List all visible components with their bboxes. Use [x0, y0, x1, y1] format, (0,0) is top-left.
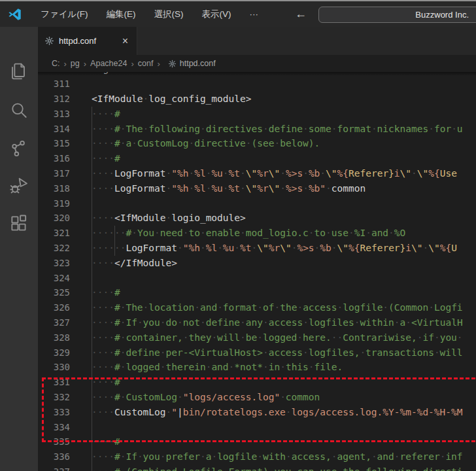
source-control-icon[interactable]: [8, 138, 29, 159]
code-text[interactable]: ····#·(Combined·Logfile·Format)·you·can·…: [92, 464, 476, 471]
line-number: 319: [38, 196, 92, 211]
code-line: 326····#·The·location·and·format·of·the·…: [38, 300, 476, 315]
code-line: 313····#: [38, 107, 476, 122]
breadcrumb-file[interactable]: httpd.conf: [180, 59, 216, 68]
code-line: 312<IfModule·log_config_module>: [38, 92, 476, 107]
code-line: 322······LogFormat·"%h·%l·%u·%t·\"%r\"·%…: [38, 241, 476, 256]
line-number: 310: [38, 72, 92, 77]
line-number: 318: [38, 181, 92, 196]
line-number: 314: [38, 122, 92, 137]
code-line: 319: [38, 196, 476, 211]
editor[interactable]: 310LogLevel·warn311312<IfModule·log_conf…: [38, 72, 476, 471]
code-line: 315····#·a·CustomLog·directive·(see·belo…: [38, 136, 476, 151]
breadcrumb-item[interactable]: conf: [138, 59, 154, 68]
line-number: 324: [38, 271, 92, 286]
code-line: 325····#: [38, 285, 476, 300]
code-line: 318····LogFormat·"%h·%l·%u·%t·\"%r\"·%>s…: [38, 181, 476, 196]
menu-item-1[interactable]: 編集(E): [97, 1, 145, 27]
code-text[interactable]: [92, 420, 476, 435]
code-text[interactable]: <IfModule·log_config_module>: [92, 92, 476, 107]
title-bar: ファイル(F)編集(E)選択(S)表示(V)··· ← → Buzzword I…: [0, 0, 476, 27]
tab-label: httpd.conf: [59, 36, 96, 46]
line-number: 327: [38, 315, 92, 330]
line-number: 334: [38, 420, 92, 435]
code-text[interactable]: LogLevel·warn: [92, 72, 476, 77]
code-text[interactable]: ····#: [92, 375, 476, 390]
code-text[interactable]: ····#·logged·therein·and·*not*·in·this·f…: [92, 360, 476, 375]
code-line: 324: [38, 271, 476, 286]
breadcrumb: C:›pg›Apache24›conf› httpd.conf: [38, 55, 476, 72]
activity-bar: [0, 27, 38, 471]
code-line: 329····#·define·per-<VirtualHost>·access…: [38, 345, 476, 360]
search-icon[interactable]: [8, 100, 29, 121]
code-line: 332····#·CustomLog·"logs/access.log"·com…: [38, 390, 476, 405]
code-text[interactable]: ····CustomLog·"|bin/rotatelogs.exe·logs/…: [92, 405, 476, 420]
menu-item-3[interactable]: 表示(V): [193, 1, 241, 27]
line-number: 336: [38, 449, 92, 464]
code-text[interactable]: ····#·The·following·directives·define·so…: [92, 122, 476, 137]
explorer-icon[interactable]: [8, 61, 29, 82]
extensions-icon[interactable]: [8, 213, 29, 234]
window-title: Buzzword Inc.: [415, 10, 469, 20]
code-text[interactable]: ····#: [92, 434, 476, 449]
code-line: 317····LogFormat·"%h·%l·%u·%t·\"%r\"·%>s…: [38, 166, 476, 181]
command-center[interactable]: Buzzword Inc.: [318, 7, 476, 23]
code-text[interactable]: ····<IfModule·logio_module>: [92, 211, 476, 226]
line-number: 335: [38, 434, 92, 449]
tab-httpd-conf[interactable]: httpd.conf ×: [38, 27, 137, 55]
code-text[interactable]: ····#: [92, 107, 476, 122]
code-text[interactable]: ····LogFormat·"%h·%l·%u·%t·\"%r\"·%>s·%b…: [92, 181, 476, 196]
gear-icon: [168, 60, 177, 68]
code-text[interactable]: ····#·define·per-<VirtualHost>·access·lo…: [92, 345, 476, 360]
line-number: 311: [38, 77, 92, 92]
chevron-right-icon: ›: [60, 59, 71, 69]
code-text[interactable]: ····#·container,·they·will·be·logged·her…: [92, 330, 476, 345]
code-line: 336····#·If·you·prefer·a·logfile·with·ac…: [38, 449, 476, 464]
menu-item-2[interactable]: 選択(S): [145, 1, 193, 27]
menu-item-0[interactable]: ファイル(F): [31, 1, 97, 27]
code-text[interactable]: ····LogFormat·"%h·%l·%u·%t·\"%r\"·%>s·%b…: [92, 166, 476, 181]
chevron-right-icon: ›: [80, 59, 90, 69]
line-number: 333: [38, 405, 92, 420]
code-text[interactable]: ····#·If·you·do·not·define·any·access·lo…: [92, 315, 476, 330]
line-number: 337: [38, 464, 92, 471]
menu-bar: ファイル(F)編集(E)選択(S)表示(V)···: [31, 1, 267, 27]
code-text[interactable]: ······#·You·need·to·enable·mod_logio.c·t…: [92, 226, 476, 241]
line-number: 321: [38, 226, 92, 241]
code-line: 335····#: [38, 434, 476, 449]
line-number: 317: [38, 166, 92, 181]
code-text[interactable]: ····</IfModule>: [92, 256, 476, 271]
breadcrumb-item[interactable]: C:: [52, 59, 60, 68]
code-text[interactable]: ····#: [92, 151, 476, 166]
code-text[interactable]: ····#: [92, 285, 476, 300]
code-line: 327····#·If·you·do·not·define·any·access…: [38, 315, 476, 330]
code-text[interactable]: ····#·The·location·and·format·of·the·acc…: [92, 300, 476, 315]
close-icon[interactable]: ×: [120, 35, 130, 47]
code-text[interactable]: ····#·If·you·prefer·a·logfile·with·acces…: [92, 449, 476, 464]
code-line: 333····CustomLog·"|bin/rotatelogs.exe·lo…: [38, 405, 476, 420]
code-text[interactable]: ····#·CustomLog·"logs/access.log"·common: [92, 390, 476, 405]
back-arrow-icon[interactable]: ←: [295, 1, 307, 27]
code-line: 314····#·The·following·directives·define…: [38, 122, 476, 137]
line-number: 315: [38, 136, 92, 151]
menu-item-4[interactable]: ···: [241, 1, 268, 27]
breadcrumb-item[interactable]: Apache24: [90, 59, 127, 68]
line-number: 312: [38, 92, 92, 107]
breadcrumb-item[interactable]: pg: [71, 59, 80, 68]
line-number: 328: [38, 330, 92, 345]
chevron-right-icon: ›: [153, 59, 163, 69]
run-and-debug-icon[interactable]: [8, 175, 29, 196]
code-line: 323····</IfModule>: [38, 256, 476, 271]
vscode-logo-icon: [8, 7, 22, 22]
code-line: 330····#·logged·therein·and·*not*·in·thi…: [38, 360, 476, 375]
line-number: 313: [38, 107, 92, 122]
code-text[interactable]: ····#·a·CustomLog·directive·(see·below).: [92, 136, 476, 151]
code-text[interactable]: [92, 196, 476, 211]
line-number: 322: [38, 241, 92, 256]
line-number: 326: [38, 300, 92, 315]
line-number: 325: [38, 285, 92, 300]
code-text[interactable]: [92, 271, 476, 286]
code-text[interactable]: ······LogFormat·"%h·%l·%u·%t·\"%r\"·%>s·…: [92, 241, 476, 256]
code-text[interactable]: [92, 77, 476, 92]
breadcrumb-path: C:›pg›Apache24›conf›: [52, 59, 164, 69]
